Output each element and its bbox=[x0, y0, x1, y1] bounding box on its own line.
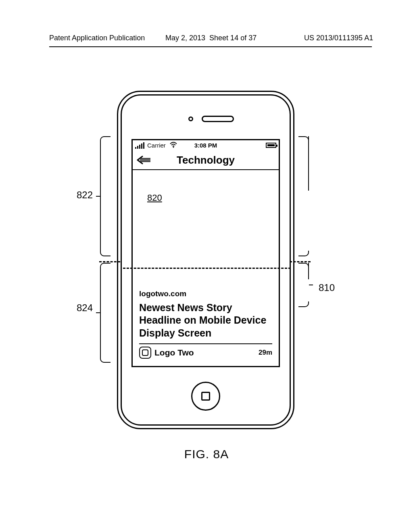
hdr-publication: Patent Application Publication bbox=[49, 34, 145, 42]
signal-icon bbox=[135, 142, 146, 149]
story-meta: Logo Two 29m bbox=[139, 343, 272, 359]
hdr-rule bbox=[49, 46, 372, 47]
ref-824: 824 bbox=[77, 302, 93, 314]
camera-icon bbox=[188, 116, 193, 121]
svg-point-0 bbox=[173, 147, 174, 148]
bracket-810-upper bbox=[298, 136, 309, 256]
bracket-810-lower bbox=[298, 263, 309, 307]
story-logo-label: Logo Two bbox=[154, 348, 194, 357]
clock-label: 3:08 PM bbox=[194, 142, 217, 149]
status-bar: Carrier 3:08 PM bbox=[133, 140, 279, 152]
guide-dash-right bbox=[290, 261, 311, 262]
section-divider-dashed bbox=[123, 268, 291, 269]
ref-810: 810 bbox=[319, 282, 335, 293]
home-button[interactable] bbox=[191, 382, 220, 411]
wifi-icon bbox=[170, 141, 177, 150]
battery-icon bbox=[266, 143, 276, 148]
story-age: 29m bbox=[259, 349, 272, 357]
phone-screen: Carrier 3:08 PM bbox=[131, 139, 280, 367]
story-headline: Newest News Story Headline on Mobile Dev… bbox=[139, 301, 272, 339]
story-card[interactable]: logotwo.com Newest News Story Headline o… bbox=[139, 289, 272, 359]
guide-dash-left bbox=[99, 261, 120, 262]
hdr-pubno: US 2013/0111395 A1 bbox=[304, 34, 373, 42]
hdr-date-sheet: May 2, 2013 Sheet 14 of 37 bbox=[165, 34, 257, 42]
home-button-icon bbox=[201, 392, 210, 401]
ref-820: 820 bbox=[147, 193, 162, 203]
figure-label: FIG. 8A bbox=[184, 447, 229, 461]
carrier-label: Carrier bbox=[147, 142, 166, 149]
story-source: logotwo.com bbox=[139, 289, 272, 298]
back-arrow-icon[interactable] bbox=[137, 156, 151, 164]
ref-822: 822 bbox=[77, 189, 93, 201]
bracket-822 bbox=[100, 136, 111, 256]
logo-icon bbox=[139, 347, 151, 359]
title-bar: Technology bbox=[133, 152, 279, 170]
speaker-icon bbox=[202, 116, 234, 122]
phone-bezel: Carrier 3:08 PM bbox=[121, 94, 291, 426]
phone-body: Carrier 3:08 PM bbox=[117, 91, 294, 429]
page-title: Technology bbox=[177, 154, 235, 166]
bracket-824 bbox=[100, 263, 111, 363]
